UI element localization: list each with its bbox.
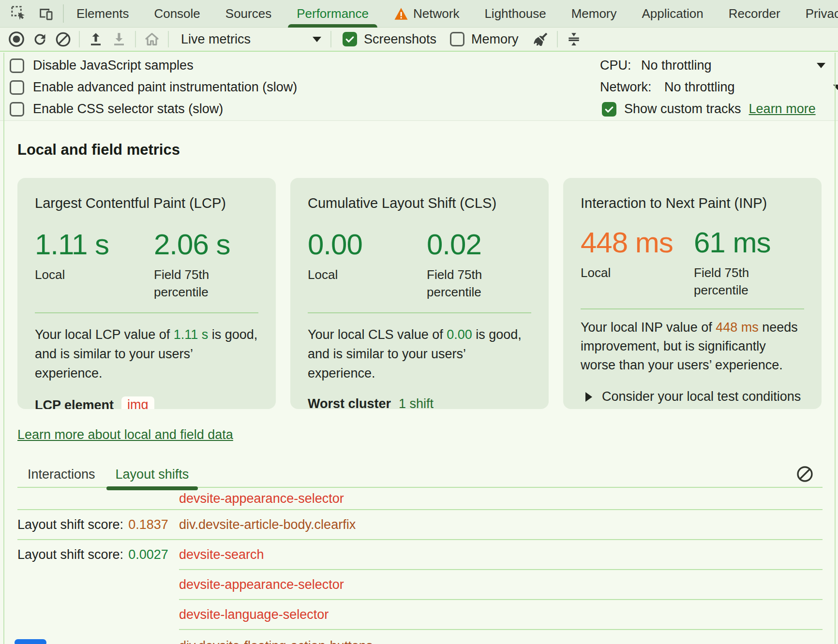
css-selector-stats-checkbox[interactable]: [10, 102, 24, 117]
card-divider: [581, 308, 804, 309]
panel-left-border: [3, 53, 4, 644]
local-label: Local: [308, 266, 385, 283]
score-label: Layout shift score:: [17, 547, 123, 562]
history-mode-selector[interactable]: Live metrics: [181, 32, 321, 47]
record-and-reload-button[interactable]: [28, 29, 51, 49]
chevron-down-icon: [817, 63, 825, 68]
shift-element-link[interactable]: div.devsite-article-body.clearfix: [179, 517, 356, 532]
clear-button[interactable]: [51, 29, 75, 49]
tab-sources[interactable]: Sources: [213, 0, 284, 28]
shift-element-link[interactable]: devsite-search: [179, 547, 264, 562]
inp-summary: Your local INP value of 448 ms needs imp…: [581, 318, 804, 375]
disclosure-triangle-icon: [585, 392, 592, 402]
tab-recorder[interactable]: Recorder: [716, 0, 793, 28]
tab-memory[interactable]: Memory: [559, 0, 629, 28]
layout-shift-row: div.devsite-floating-action-buttons: [17, 630, 823, 644]
inp-local-value: 448 ms: [581, 226, 694, 259]
worst-cluster-label: Worst cluster: [308, 396, 391, 409]
save-profile-button[interactable]: [107, 29, 131, 49]
load-profile-button[interactable]: [84, 29, 107, 49]
broom-icon: [533, 31, 549, 47]
inp-field-value: 61 ms: [694, 226, 771, 259]
local-test-conditions-disclosure[interactable]: Consider your local test conditions: [581, 389, 804, 404]
block-icon: [55, 31, 71, 47]
lcp-element-node-link[interactable]: img: [121, 396, 154, 409]
chevron-down-icon: [313, 37, 321, 42]
tab-label: Sources: [225, 6, 271, 21]
custom-tracks-label: Show custom tracks: [624, 102, 741, 117]
tab-lighthouse[interactable]: Lighthouse: [472, 0, 558, 28]
tab-elements[interactable]: Elements: [64, 0, 141, 28]
custom-tracks-learn-more-link[interactable]: Learn more: [749, 102, 816, 117]
tab-layout-shifts[interactable]: Layout shifts: [105, 462, 199, 487]
score-value: 0.1837: [128, 517, 168, 532]
cpu-throttling-select[interactable]: CPU: No throttling: [600, 55, 838, 76]
toolbar-separator: [557, 31, 558, 47]
device-toolbar-button[interactable]: [35, 3, 57, 24]
screenshots-toggle[interactable]: Screenshots: [343, 32, 436, 47]
memory-checkbox[interactable]: [450, 32, 464, 46]
card-divider: [308, 312, 531, 313]
tab-label: Network: [413, 6, 459, 21]
card-title: Cumulative Layout Shift (CLS): [308, 195, 531, 211]
layout-shift-row: Layout shift score: 0.0027 devsite-searc…: [17, 540, 823, 569]
score-value: 0.0027: [128, 547, 168, 562]
cls-local-value: 0.00: [308, 228, 427, 261]
panel-tabs: Elements Console Sources Performance Net…: [64, 0, 838, 28]
show-custom-tracks-checkbox[interactable]: [602, 102, 616, 117]
inspect-cursor-icon: [11, 5, 27, 22]
clear-log-button[interactable]: [796, 465, 814, 483]
disable-js-samples-checkbox[interactable]: [10, 59, 24, 73]
field-label: Field 75th percentile: [427, 266, 504, 301]
tab-performance[interactable]: Performance: [284, 0, 381, 28]
card-title: Largest Contentful Paint (LCP): [35, 195, 258, 211]
shift-element-link[interactable]: div.devsite-floating-action-buttons: [179, 639, 373, 644]
collapse-section-button[interactable]: [562, 29, 585, 49]
show-custom-tracks-setting[interactable]: Show custom tracks Learn more: [600, 98, 838, 120]
disclosure-label: Consider your local test conditions: [602, 389, 801, 404]
network-throttling-select[interactable]: Network: No throttling: [600, 76, 838, 98]
network-warning-icon: [394, 7, 408, 20]
cls-field-value: 0.02: [427, 228, 504, 261]
devtools-performance-panel: Elements Console Sources Performance Net…: [0, 0, 838, 644]
screenshots-label: Screenshots: [364, 32, 436, 47]
horizontal-scrollbar-thumb[interactable]: [15, 639, 46, 644]
tab-privacy-sandbox[interactable]: Privacy Sand: [793, 0, 838, 28]
block-icon: [796, 465, 814, 483]
score-label: Layout shift score:: [17, 517, 123, 532]
local-label: Local: [35, 266, 112, 283]
metric-cards: Largest Contentful Paint (LCP) 1.11 s Lo…: [17, 178, 838, 409]
shift-element-link[interactable]: devsite-appearance-selector: [179, 491, 344, 506]
learn-more-field-data-link[interactable]: Learn more about local and field data: [17, 427, 233, 442]
layout-shift-row: Layout shift score: 0.1837 div.devsite-a…: [17, 510, 823, 539]
tab-label: Privacy Sand: [806, 6, 838, 21]
capture-settings-pane: Disable JavaScript samples Enable advanc…: [0, 52, 838, 121]
record-button[interactable]: [5, 29, 28, 49]
tab-network[interactable]: Network: [381, 0, 472, 28]
cls-summary: Your local CLS value of 0.00 is good, an…: [308, 325, 531, 383]
lcp-local-value: 1.11 s: [35, 228, 154, 261]
shift-element-link[interactable]: devsite-appearance-selector: [179, 577, 344, 592]
tab-label: Interactions: [28, 467, 95, 482]
tab-console[interactable]: Console: [141, 0, 212, 28]
inp-card: Interaction to Next Paint (INP) 448 ms L…: [563, 178, 822, 409]
inspect-element-button[interactable]: [8, 3, 30, 24]
tab-label: Layout shifts: [116, 467, 189, 482]
network-label: Network:: [600, 80, 664, 95]
card-divider: [35, 312, 258, 313]
summary-value: 448 ms: [716, 320, 759, 335]
shift-element-link[interactable]: devsite-language-selector: [179, 607, 329, 622]
live-metrics-home-button[interactable]: [140, 29, 164, 49]
memory-toggle[interactable]: Memory: [450, 32, 519, 47]
tab-label: Elements: [76, 6, 129, 21]
page-title: Local and field metrics: [17, 141, 838, 159]
tab-application[interactable]: Application: [629, 0, 716, 28]
worst-cluster-link[interactable]: 1 shift: [399, 396, 434, 409]
devtools-tabbar: Elements Console Sources Performance Net…: [0, 0, 838, 28]
garbage-collect-button[interactable]: [529, 29, 553, 49]
upload-icon: [88, 31, 104, 47]
screenshots-checkbox[interactable]: [343, 32, 357, 46]
tab-interactions[interactable]: Interactions: [17, 462, 105, 487]
advanced-paint-checkbox[interactable]: [10, 80, 24, 95]
cls-card: Cumulative Layout Shift (CLS) 0.00 Local…: [290, 178, 549, 409]
